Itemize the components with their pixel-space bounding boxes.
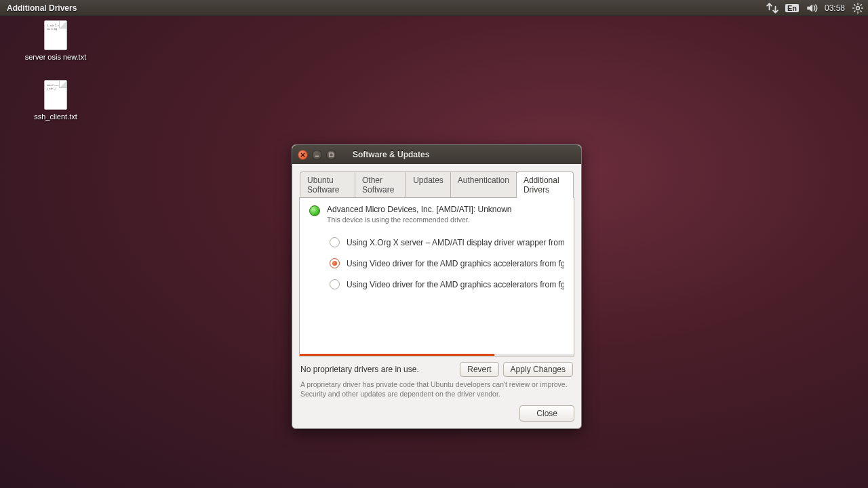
- device-subtitle: This device is using the recommended dri…: [327, 216, 512, 224]
- window-close-button[interactable]: [298, 150, 308, 160]
- radio-button[interactable]: [330, 258, 340, 268]
- svg-line-6: [861, 10, 862, 12]
- titlebar[interactable]: Software & Updates: [292, 145, 581, 164]
- svg-point-0: [856, 6, 860, 9]
- file-label: ssh_client.txt: [8, 113, 103, 121]
- device-title: Advanced Micro Devices, Inc. [AMD/ATI]: …: [327, 205, 512, 214]
- driver-option[interactable]: Using Video driver for the AMD graphics …: [309, 274, 564, 295]
- tab-authentication[interactable]: Authentication: [450, 171, 517, 198]
- tab-additional-drivers[interactable]: Additional Drivers: [516, 171, 574, 198]
- clock[interactable]: 03:58: [825, 3, 845, 13]
- driver-option-label: Using Video driver for the AMD graphics …: [347, 259, 564, 268]
- svg-line-7: [854, 10, 855, 12]
- revert-button[interactable]: Revert: [460, 362, 498, 377]
- radio-button[interactable]: [330, 237, 340, 247]
- volume-icon[interactable]: [806, 2, 818, 14]
- menubar-title: Additional Drivers: [4, 3, 77, 13]
- top-menubar: Additional Drivers En 03:58: [0, 0, 868, 16]
- window-minimize-button[interactable]: [312, 150, 322, 160]
- footnote: A proprietary driver has private code th…: [299, 377, 574, 399]
- radio-button[interactable]: [330, 279, 340, 289]
- software-updates-dialog: Software & Updates Ubuntu Software Other…: [292, 144, 582, 429]
- window-maximize-button[interactable]: [326, 150, 336, 160]
- driver-option[interactable]: Using Video driver for the AMD graphics …: [309, 253, 564, 274]
- txt-file-icon: intru# ----- ssh -i ssh -i: [44, 80, 67, 110]
- gear-icon[interactable]: [852, 2, 864, 14]
- svg-line-5: [854, 4, 855, 5]
- dialog-title: Software & Updates: [353, 150, 429, 159]
- svg-line-8: [861, 4, 862, 5]
- apply-changes-button[interactable]: Apply Changes: [503, 362, 573, 377]
- progress-bar: [300, 354, 494, 356]
- driver-option[interactable]: Using X.Org X server – AMD/ATI display d…: [309, 232, 564, 253]
- close-button[interactable]: Close: [519, 405, 574, 422]
- progress-track: [300, 354, 574, 356]
- network-icon[interactable]: [766, 2, 778, 14]
- tab-ubuntu-software[interactable]: Ubuntu Software: [300, 171, 355, 198]
- drivers-panel: Advanced Micro Devices, Inc. [AMD/ATI]: …: [299, 197, 574, 357]
- file-label: server osis new.txt: [8, 53, 103, 61]
- device-status-icon: [309, 205, 320, 216]
- desktop-file-icon[interactable]: intru# ----- ssh -i ssh -i ssh_client.tx…: [8, 80, 103, 121]
- driver-option-label: Using Video driver for the AMD graphics …: [347, 280, 564, 289]
- tab-other-software[interactable]: Other Software: [355, 171, 406, 198]
- svg-rect-9: [330, 152, 333, 156]
- driver-option-label: Using X.Org X server – AMD/ATI display d…: [347, 238, 564, 247]
- status-text: No proprietary drivers are in use.: [300, 365, 419, 374]
- keyboard-indicator[interactable]: En: [785, 4, 799, 12]
- driver-options: Using X.Org X server – AMD/ATI display d…: [309, 232, 564, 295]
- system-tray: En 03:58: [766, 2, 864, 14]
- tab-updates[interactable]: Updates: [406, 171, 451, 198]
- txt-file-icon: 1. ssh 2. cd 3. so. 4. hg: [44, 20, 67, 50]
- desktop-file-icon[interactable]: 1. ssh 2. cd 3. so. 4. hg server osis ne…: [8, 20, 103, 61]
- tab-bar: Ubuntu Software Other Software Updates A…: [299, 171, 574, 197]
